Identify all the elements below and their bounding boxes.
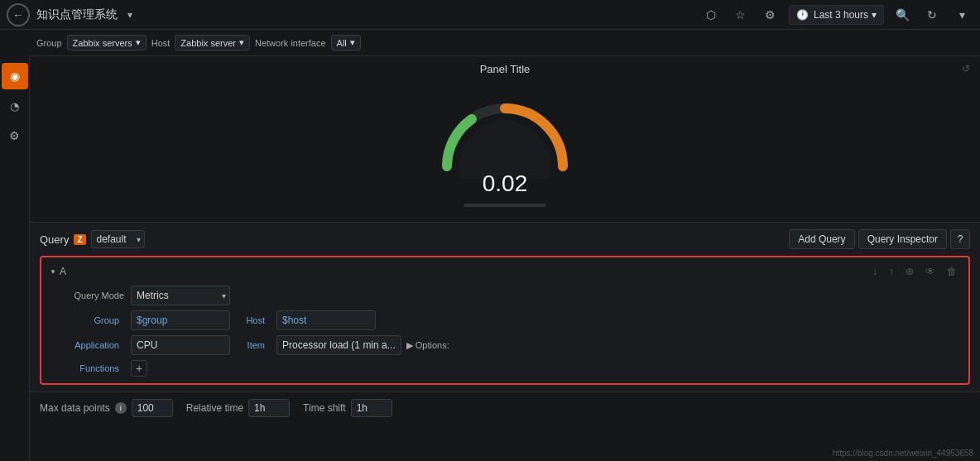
relative-time-input[interactable] xyxy=(248,399,290,417)
max-data-points-info-icon[interactable]: i xyxy=(115,402,127,414)
group-filter-label: Group xyxy=(36,38,62,48)
title-dropdown-icon[interactable]: ▾ xyxy=(127,9,132,21)
item-field-value[interactable]: Processor load (1 min a... xyxy=(276,335,401,355)
panel-refresh-icon[interactable]: ↺ xyxy=(962,63,970,74)
source-select[interactable]: default xyxy=(91,230,145,248)
search-icon: 🔍 xyxy=(896,8,910,22)
time-range-picker[interactable]: 🕐 Last 3 hours ▾ xyxy=(789,5,884,25)
search-button[interactable]: 🔍 xyxy=(891,3,914,26)
item-field-label: Item xyxy=(237,340,270,350)
host-field-label: Host xyxy=(237,315,270,325)
query-a-toggle[interactable]: ▼ A xyxy=(50,266,66,277)
max-data-points-input[interactable] xyxy=(132,399,173,417)
panel-title: Panel Title xyxy=(480,63,531,75)
max-data-points-group: Max data points i xyxy=(40,399,173,417)
time-range-label: Last 3 hours xyxy=(814,9,868,21)
time-shift-input[interactable] xyxy=(351,399,392,417)
gauge-svg xyxy=(430,88,579,179)
chevron-down-icon: ▾ xyxy=(959,8,965,22)
filter-bar: Group Zabbix servers ▾ Host Zabbix serve… xyxy=(30,30,980,56)
item-options-link[interactable]: ▶ Options: xyxy=(406,340,449,351)
clock-icon: 🕐 xyxy=(796,9,809,21)
host-filter-label: Host xyxy=(151,38,171,48)
sidebar-icon-settings[interactable]: ⚙ xyxy=(2,122,28,149)
settings-button[interactable]: ⚙ xyxy=(759,3,782,26)
query-label: Query xyxy=(40,233,69,246)
relative-time-label: Relative time xyxy=(186,402,243,414)
query-header: Query Z default Add Query Query Inspecto… xyxy=(40,229,970,249)
host-field-value[interactable]: $host xyxy=(276,310,376,330)
network-filter-label: Network interface xyxy=(255,38,326,48)
query-duplicate-button[interactable]: ⊕ xyxy=(902,264,917,279)
back-arrow-icon: ← xyxy=(12,8,24,22)
group-field-value[interactable]: $group xyxy=(131,310,230,330)
refresh-icon: ↻ xyxy=(927,8,937,22)
sidebar-icon-layers[interactable]: ◉ xyxy=(2,63,28,89)
group-host-row: Group $group Host $host xyxy=(50,310,960,330)
layers-icon: ◉ xyxy=(10,70,20,83)
group-field-label: Group xyxy=(50,315,124,325)
back-button[interactable]: ← xyxy=(7,3,30,26)
query-mode-select[interactable]: Metrics xyxy=(131,286,230,305)
nav-right-actions: ⬡ ☆ ⚙ 🕐 Last 3 hours ▾ 🔍 ↻ ▾ xyxy=(699,3,973,26)
group-filter-value: Zabbix servers xyxy=(73,38,132,48)
gear-icon: ⚙ xyxy=(765,8,776,22)
add-function-button[interactable]: + xyxy=(131,360,147,377)
network-filter-dropdown[interactable]: All ▾ xyxy=(331,35,361,50)
time-shift-label: Time shift xyxy=(303,402,346,414)
time-shift-group: Time shift xyxy=(303,399,392,417)
query-a-label-text: A xyxy=(60,266,66,277)
query-mode-select-wrapper: Metrics xyxy=(131,286,230,305)
refresh-dropdown-button[interactable]: ▾ xyxy=(950,3,973,26)
query-inspector-button[interactable]: Query Inspector xyxy=(858,229,947,249)
query-move-down-button[interactable]: ↓ xyxy=(869,264,881,279)
query-mode-label: Query Mode xyxy=(50,291,124,300)
query-move-up-button[interactable]: ↑ xyxy=(886,264,897,279)
zabbix-badge: Z xyxy=(74,234,85,245)
source-select-wrapper: default xyxy=(91,230,145,248)
host-dropdown-icon: ▾ xyxy=(239,37,244,48)
query-buttons: Add Query Query Inspector ? xyxy=(789,229,970,249)
host-filter-dropdown[interactable]: Zabbix server ▾ xyxy=(175,35,250,50)
application-field-value[interactable]: CPU xyxy=(131,335,230,355)
query-a-header: ▼ A ↓ ↑ ⊕ 👁 🗑 xyxy=(50,264,960,279)
query-a-actions: ↓ ↑ ⊕ 👁 🗑 xyxy=(869,264,960,279)
functions-row: Functions + xyxy=(50,360,960,377)
watermark-text: https://blog.csdn.net/weixin_44953658 xyxy=(833,449,973,458)
query-delete-button[interactable]: 🗑 xyxy=(944,264,960,279)
functions-label: Functions xyxy=(50,363,124,373)
watermark: https://blog.csdn.net/weixin_44953658 xyxy=(833,449,973,458)
app-title: 知识点管理系统 xyxy=(36,7,118,22)
chevron-icon: ▼ xyxy=(50,268,56,276)
share-button[interactable]: ⬡ xyxy=(699,3,723,26)
gauge-bar xyxy=(464,204,546,207)
bottom-options: Max data points i Relative time Time shi… xyxy=(30,391,980,424)
add-query-button[interactable]: Add Query xyxy=(789,229,854,249)
star-button[interactable]: ☆ xyxy=(729,3,752,26)
query-a-box: ▼ A ↓ ↑ ⊕ 👁 🗑 Query Mode Metrics Group xyxy=(40,256,970,385)
max-data-points-label: Max data points xyxy=(40,402,110,414)
query-source: Query Z default xyxy=(40,230,145,248)
application-item-row: Application CPU Item Processor load (1 m… xyxy=(50,335,960,355)
chart-icon: ◔ xyxy=(10,100,19,113)
share-icon: ⬡ xyxy=(706,8,716,22)
application-field-label: Application xyxy=(50,340,124,350)
refresh-button[interactable]: ↻ xyxy=(920,3,944,26)
group-filter-dropdown[interactable]: Zabbix servers ▾ xyxy=(67,35,147,50)
sidebar-icon-chart[interactable]: ◔ xyxy=(2,93,28,119)
query-toggle-visibility-button[interactable]: 👁 xyxy=(922,264,939,279)
main-panel: Panel Title ↺ 0.02 xyxy=(30,56,980,222)
top-nav: ← 知识点管理系统 ▾ ⬡ ☆ ⚙ 🕐 Last 3 hours ▾ 🔍 ↻ ▾ xyxy=(0,0,980,30)
item-field-container: Processor load (1 min a... ▶ Options: xyxy=(276,335,449,355)
host-filter-value: Zabbix server xyxy=(180,38,236,48)
time-range-arrow-icon: ▾ xyxy=(872,9,877,21)
relative-time-group: Relative time xyxy=(186,399,290,417)
star-icon: ☆ xyxy=(735,8,746,22)
network-dropdown-icon: ▾ xyxy=(350,37,355,48)
gauge-value: 0.02 xyxy=(483,170,528,197)
query-mode-row: Query Mode Metrics xyxy=(50,286,960,305)
settings-gear-icon: ⚙ xyxy=(9,129,20,142)
group-dropdown-icon: ▾ xyxy=(136,37,141,48)
query-help-button[interactable]: ? xyxy=(950,229,970,249)
network-filter-value: All xyxy=(337,38,347,48)
